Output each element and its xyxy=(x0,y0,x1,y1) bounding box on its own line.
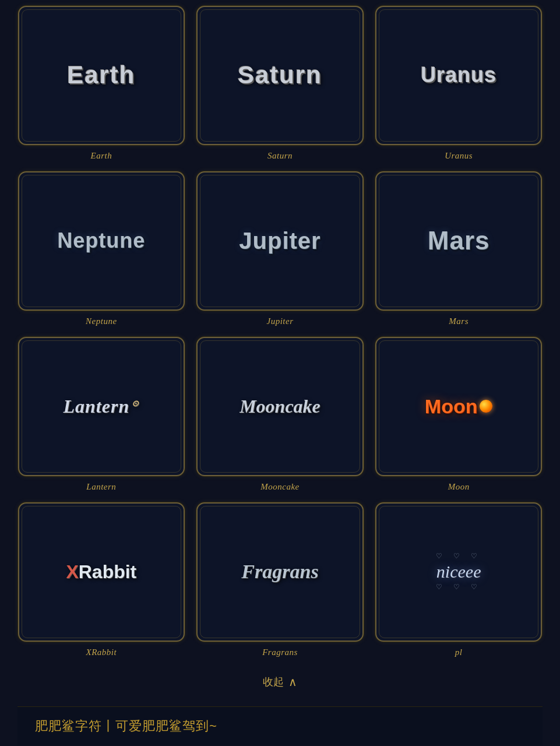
card-label-saturn: Saturn xyxy=(267,151,293,161)
card-text-xrabbit: XRabbit xyxy=(66,562,136,581)
card-box-moon[interactable]: Moon xyxy=(375,337,543,476)
card-neptune[interactable]: Neptune Neptune xyxy=(18,171,185,326)
card-text-jupiter: Jupiter xyxy=(239,229,320,252)
card-label-earth: Earth xyxy=(90,151,112,161)
font-style-grid: Earth Earth Saturn Saturn Uranus Uranus … xyxy=(18,6,543,657)
niceee-wrapper: ♡ ♡ ♡ niceee ♡ ♡ ♡ xyxy=(436,552,482,592)
card-box-fragrans[interactable]: Fragrans xyxy=(196,502,364,642)
card-box-lantern[interactable]: Lantern xyxy=(18,337,185,476)
card-moon[interactable]: Moon Moon xyxy=(375,337,543,492)
niceee-hearts-bottom: ♡ ♡ ♡ xyxy=(436,583,482,592)
card-label-neptune: Neptune xyxy=(86,316,117,326)
card-text-mooncake: Mooncake xyxy=(240,397,320,416)
banner-text: 肥肥鲨字符丨可爱肥肥鲨驾到~ xyxy=(35,717,217,735)
xrabbit-prefix: X xyxy=(66,561,78,582)
card-box-pl[interactable]: ♡ ♡ ♡ niceee ♡ ♡ ♡ xyxy=(375,502,543,642)
card-text-neptune: Neptune xyxy=(57,230,145,251)
card-text-lantern: Lantern xyxy=(63,397,139,416)
card-lantern[interactable]: Lantern Lantern xyxy=(18,337,185,492)
card-label-uranus: Uranus xyxy=(445,151,473,161)
card-box-earth[interactable]: Earth xyxy=(18,6,185,145)
niceee-hearts-top: ♡ ♡ ♡ xyxy=(436,552,482,561)
card-label-pl: pl xyxy=(455,648,463,657)
moon-text-wrapper: Moon xyxy=(425,396,493,416)
collapse-chevron-icon: ∧ xyxy=(288,675,297,689)
collapse-button[interactable]: 收起 ∧ xyxy=(263,675,297,689)
card-earth[interactable]: Earth Earth xyxy=(18,6,185,161)
card-label-jupiter: Jupiter xyxy=(266,316,293,326)
card-label-xrabbit: XRabbit xyxy=(86,648,117,657)
card-mooncake[interactable]: Mooncake Mooncake xyxy=(196,337,364,492)
card-box-neptune[interactable]: Neptune xyxy=(18,171,185,311)
card-text-moon: Moon xyxy=(425,396,478,416)
card-label-moon: Moon xyxy=(448,482,470,492)
card-mars[interactable]: Mars Mars xyxy=(375,171,543,326)
card-label-mars: Mars xyxy=(449,316,469,326)
card-label-mooncake: Mooncake xyxy=(260,482,299,492)
card-text-uranus: Uranus xyxy=(421,65,496,86)
card-box-saturn[interactable]: Saturn xyxy=(196,6,364,145)
card-pl[interactable]: ♡ ♡ ♡ niceee ♡ ♡ ♡ pl xyxy=(375,502,543,657)
collapse-label: 收起 xyxy=(263,675,284,689)
card-uranus[interactable]: Uranus Uranus xyxy=(375,6,543,161)
card-text-earth: Earth xyxy=(67,63,135,87)
card-box-jupiter[interactable]: Jupiter xyxy=(196,171,364,311)
card-label-fragrans: Fragrans xyxy=(262,648,298,657)
card-text-fragrans: Fragrans xyxy=(241,562,318,582)
card-label-lantern: Lantern xyxy=(86,482,116,492)
card-box-uranus[interactable]: Uranus xyxy=(375,6,543,145)
card-box-mooncake[interactable]: Mooncake xyxy=(196,337,364,476)
bottom-banner: 肥肥鲨字符丨可爱肥肥鲨驾到~ xyxy=(17,706,543,745)
card-xrabbit[interactable]: XRabbit XRabbit xyxy=(18,502,185,657)
card-box-xrabbit[interactable]: XRabbit xyxy=(18,502,185,642)
card-saturn[interactable]: Saturn Saturn xyxy=(196,6,364,161)
moon-dot-icon xyxy=(480,400,492,413)
card-jupiter[interactable]: Jupiter Jupiter xyxy=(196,171,364,326)
card-fragrans[interactable]: Fragrans Fragrans xyxy=(196,502,364,657)
card-text-saturn: Saturn xyxy=(238,63,322,87)
card-box-mars[interactable]: Mars xyxy=(375,171,543,311)
card-text-pl: niceee xyxy=(436,563,481,580)
card-text-mars: Mars xyxy=(428,228,490,254)
